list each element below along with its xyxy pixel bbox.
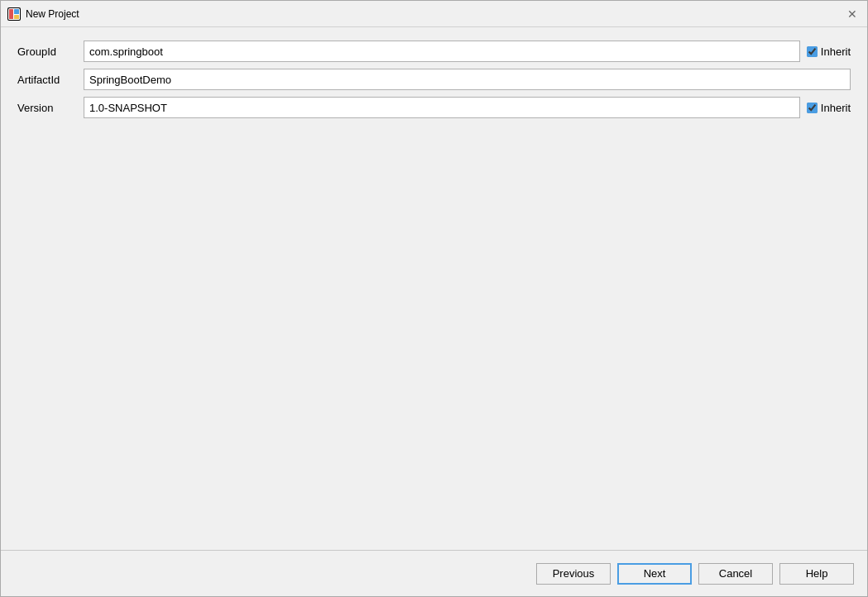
new-project-dialog: New Project ✕ GroupId Inherit ArtifactId… <box>0 0 868 597</box>
dialog-content: GroupId Inherit ArtifactId Version Inher… <box>1 27 867 550</box>
groupid-inherit-checkbox[interactable] <box>807 46 818 57</box>
previous-button[interactable]: Previous <box>536 563 611 585</box>
artifactid-row: ArtifactId <box>17 69 851 90</box>
help-button[interactable]: Help <box>779 563 854 585</box>
next-button[interactable]: Next <box>617 563 692 585</box>
groupid-inherit-section: Inherit <box>807 45 851 58</box>
groupid-row: GroupId Inherit <box>17 41 851 62</box>
version-label: Version <box>17 102 84 114</box>
dialog-footer: Previous Next Cancel Help <box>1 550 867 596</box>
groupid-label: GroupId <box>17 45 84 58</box>
svg-rect-4 <box>14 15 19 19</box>
close-button[interactable]: ✕ <box>844 6 861 22</box>
artifactid-label: ArtifactId <box>17 74 84 86</box>
groupid-input[interactable] <box>84 41 800 62</box>
svg-rect-2 <box>9 9 13 19</box>
version-input[interactable] <box>84 97 800 118</box>
window-title: New Project <box>26 8 79 20</box>
svg-rect-3 <box>14 9 19 14</box>
cancel-button[interactable]: Cancel <box>698 563 773 585</box>
title-bar: New Project ✕ <box>1 1 867 27</box>
title-bar-left: New Project <box>7 7 79 21</box>
groupid-inherit-label: Inherit <box>821 45 851 58</box>
version-inherit-label: Inherit <box>821 102 851 114</box>
app-icon <box>7 7 21 21</box>
version-inherit-checkbox[interactable] <box>807 103 818 113</box>
artifactid-input[interactable] <box>84 69 851 90</box>
version-inherit-section: Inherit <box>807 102 851 114</box>
version-row: Version Inherit <box>17 97 851 118</box>
